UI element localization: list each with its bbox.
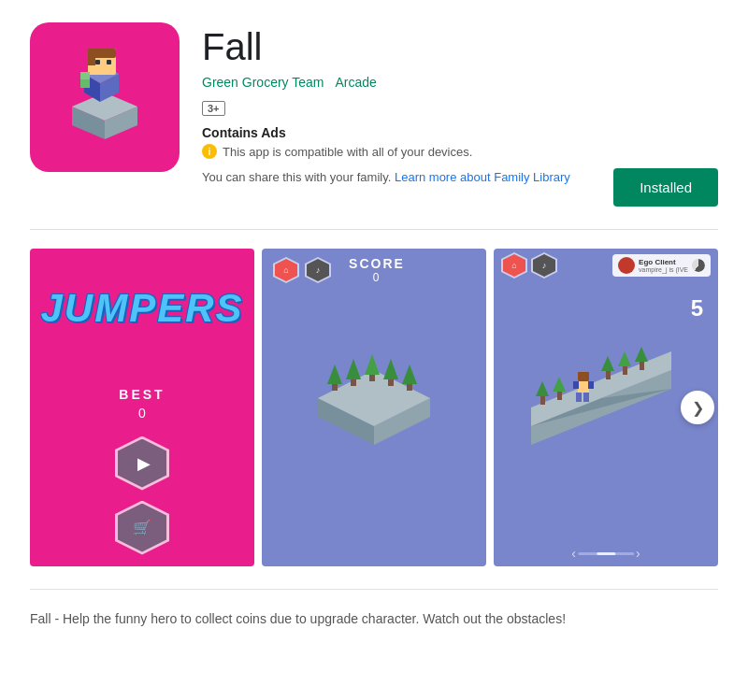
scroll-thumb: [597, 552, 615, 555]
svg-rect-43: [573, 381, 579, 389]
game-scene-3: [512, 295, 699, 482]
divider-1: [30, 229, 718, 230]
home-hex-3: ⌂: [501, 252, 527, 279]
cart-hex-button[interactable]: 🛒: [114, 500, 170, 555]
sound-hex-2: ♪: [305, 257, 331, 283]
progress-fill: [692, 259, 705, 272]
app-category[interactable]: Arcade: [335, 75, 376, 90]
header-section: Fall Green Grocery Team Arcade 3+ Contai…: [30, 22, 718, 207]
play-icon: ▶: [137, 453, 151, 474]
home-icon-2: ⌂: [283, 265, 288, 275]
app-icon-wrapper: [30, 22, 180, 172]
user-name: Ego Client: [639, 258, 688, 266]
family-share-text-block: You can share this with your family. Lea…: [202, 168, 570, 187]
scroll-right-arrow: ›: [636, 546, 640, 561]
developer-name[interactable]: Green Grocery Team: [202, 75, 324, 90]
svg-rect-12: [80, 72, 90, 79]
user-subtitle: vampire_j is (IVE: [639, 266, 688, 273]
learn-more-link[interactable]: Learn more about Family Library: [395, 170, 570, 184]
svg-marker-17: [327, 364, 342, 384]
svg-rect-41: [576, 393, 582, 402]
svg-rect-44: [588, 381, 594, 389]
contains-ads-label: Contains Ads: [202, 125, 718, 140]
sound-icon-2: ♪: [316, 265, 321, 275]
user-info: Ego Client vampire_j is (IVE: [639, 258, 688, 273]
svg-marker-25: [402, 364, 417, 384]
family-share-row: You can share this with your family. Lea…: [202, 168, 718, 207]
app-icon: [30, 22, 180, 172]
svg-rect-40: [578, 372, 589, 381]
user-progress-circle: [692, 259, 705, 272]
screenshot-1: JUMPERS BEST 0 ▶: [30, 249, 254, 566]
svg-rect-9: [95, 60, 100, 64]
scroll-bar-3: ‹ ›: [571, 546, 640, 561]
sound-hex-3: ♪: [531, 252, 557, 279]
game-hud-2: ⌂ ♪ SCORE 0: [262, 249, 486, 292]
svg-rect-8: [88, 49, 95, 65]
compatibility-text: This app is compatible with all of your …: [223, 145, 472, 159]
cart-icon: 🛒: [133, 519, 151, 536]
svg-rect-42: [583, 393, 589, 402]
device-compatibility: i This app is compatible with all of you…: [202, 144, 718, 159]
home-icon-3: ⌂: [511, 261, 516, 270]
game-title-text: JUMPERS: [40, 286, 243, 331]
svg-marker-19: [346, 359, 361, 379]
user-avatar: [618, 257, 635, 274]
screenshots-section: JUMPERS BEST 0 ▶: [30, 249, 718, 566]
svg-marker-21: [365, 354, 380, 375]
scroll-left-arrow: ‹: [571, 546, 576, 561]
hud-top-3: ⌂ ♪: [501, 252, 711, 279]
hud-icons-2: ⌂ ♪: [273, 257, 331, 283]
main-container: Fall Green Grocery Team Arcade 3+ Contai…: [0, 0, 748, 648]
svg-marker-23: [383, 359, 398, 379]
hud-left-3: ⌂ ♪: [501, 252, 557, 279]
next-arrow-button[interactable]: ❯: [681, 391, 714, 424]
app-meta: Green Grocery Team Arcade: [202, 75, 718, 90]
game-hud-3: ⌂ ♪: [494, 249, 718, 282]
score-value-2: 0: [349, 271, 405, 284]
app-title: Fall: [202, 26, 718, 67]
home-hex-2: ⌂: [273, 257, 299, 283]
screenshots-container: JUMPERS BEST 0 ▶: [30, 249, 718, 566]
app-description: Fall - Help the funny hero to collect co…: [30, 608, 718, 629]
svg-marker-32: [553, 377, 566, 392]
app-icon-image: [49, 41, 161, 153]
svg-rect-10: [107, 60, 111, 64]
age-rating-badge: 3+: [202, 101, 225, 116]
score-display-2: SCORE 0: [349, 256, 405, 284]
svg-marker-34: [601, 356, 614, 371]
screenshot-2: ⌂ ♪ SCORE 0: [262, 249, 486, 566]
user-bar: Ego Client vampire_j is (IVE: [612, 254, 711, 277]
app-info: Fall Green Grocery Team Arcade 3+ Contai…: [202, 22, 718, 207]
family-share-text: You can share this with your family. Lea…: [202, 170, 570, 184]
score-side-3: 5: [691, 295, 703, 321]
svg-marker-38: [635, 347, 648, 362]
info-icon: i: [202, 144, 217, 159]
install-button[interactable]: Installed: [613, 168, 718, 207]
game-scene-2: [280, 295, 468, 482]
svg-rect-39: [578, 379, 589, 393]
svg-marker-36: [618, 351, 631, 366]
sound-icon-3: ♪: [542, 261, 547, 270]
svg-rect-11: [80, 79, 90, 88]
score-label-2: SCORE: [349, 256, 405, 271]
play-hex-button[interactable]: ▶: [114, 436, 170, 491]
best-score: 0: [138, 406, 146, 421]
next-arrow-icon: ❯: [692, 399, 704, 417]
divider-2: [30, 589, 718, 590]
scroll-track: [578, 552, 634, 555]
best-label: BEST: [119, 387, 165, 402]
svg-marker-30: [536, 381, 549, 396]
